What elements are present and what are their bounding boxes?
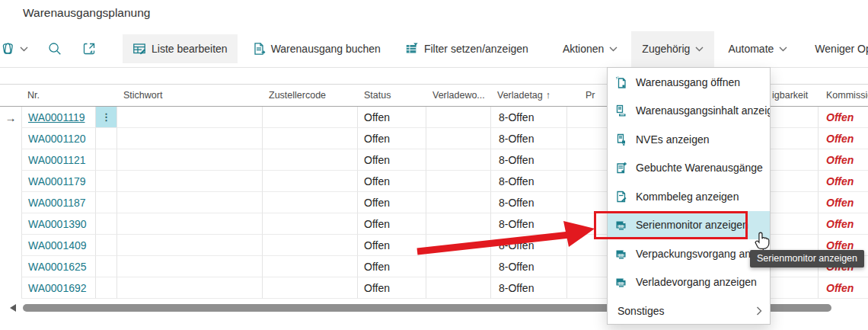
cell-kommissionierung: Offen <box>819 107 868 128</box>
chevron-down-icon <box>609 46 617 52</box>
cell-status: Offen <box>358 128 426 149</box>
filter-button[interactable]: Filter setzen/anzeigen <box>395 34 538 63</box>
cell-kommissionierung: Offen <box>819 277 868 299</box>
menu-item-label: Kommbeleg anzeigen <box>636 191 739 203</box>
cell-verladetag: 8-Offen <box>491 192 567 213</box>
menu-item-nves[interactable]: NVEs anzeigen <box>608 125 770 154</box>
menu-item-verladevorgang[interactable]: Verladevorgang anzeigen <box>608 268 770 297</box>
menu-item-warenausgang-oeffnen[interactable]: Warenausgang öffnen <box>608 68 770 97</box>
column-header-stichwort[interactable]: Stichwort <box>117 85 263 106</box>
cell-verladetag: 8-Offen <box>491 149 567 171</box>
column-header-verladewochentag[interactable]: Verladewo... <box>426 85 491 106</box>
menu-weniger-optionen[interactable]: Weniger Optionen <box>804 31 868 67</box>
menu-item-label: Sonstiges <box>617 305 664 317</box>
cell-kommissionierung: Offen <box>819 213 868 235</box>
menu-item-label: Verladevorgang anzeigen <box>636 276 757 288</box>
post-shipment-button[interactable]: Warenausgang buchen <box>242 34 391 63</box>
shipment-link[interactable]: WA0001121 <box>28 154 86 166</box>
focus-mode-button[interactable] <box>81 41 97 56</box>
cell-verladetag: 8-Offen <box>491 277 567 299</box>
menu-item-label: Warenausgangsinhalt anzeigen <box>636 104 771 117</box>
shipment-link[interactable]: WA0001409 <box>28 239 87 252</box>
cell-kommissionierung: Offen <box>819 171 868 192</box>
chevron-down-icon <box>20 46 28 52</box>
menu-item-label: Gebuchte Warenausgänge <box>636 162 763 174</box>
cell-status: Offen <box>358 192 426 213</box>
search-icon <box>47 41 62 56</box>
monitor-grid-icon <box>615 219 629 231</box>
cell-kommissionierung: Offen <box>819 128 868 149</box>
menu-item-label: NVEs anzeigen <box>636 133 710 146</box>
row-context-menu-icon[interactable]: ⋮ <box>96 107 117 128</box>
column-header-verfuegbarkeit[interactable]: igbarkeit <box>771 85 819 106</box>
column-header-verladetag[interactable]: Verladetag ↑ <box>491 85 567 106</box>
shipment-link[interactable]: WA0001179 <box>28 175 86 187</box>
cell-status: Offen <box>358 171 426 192</box>
document-content-icon <box>615 104 629 117</box>
shipment-link[interactable]: WA0001187 <box>28 197 86 209</box>
edit-list-label: Liste bearbeiten <box>152 43 228 55</box>
menu-aktionen[interactable]: Aktionen <box>552 31 628 67</box>
filter-label: Filter setzen/anzeigen <box>424 43 528 55</box>
page-title: Warenausgangsplanung <box>23 6 150 20</box>
shipment-link[interactable]: WA0001625 <box>28 261 87 273</box>
column-header-zustellercode[interactable]: Zustellercode <box>263 85 358 106</box>
menu-item-sonstiges[interactable]: Sonstiges <box>608 296 770 325</box>
menu-item-warenausgangsinhalt[interactable]: Warenausgangsinhalt anzeigen <box>608 97 770 126</box>
shipment-link[interactable]: WA0001120 <box>28 133 86 145</box>
cell-status: Offen <box>358 107 426 128</box>
menu-item-verpackungsvorgang[interactable]: Verpackungsvorgang anzeigen <box>608 239 770 268</box>
shipment-link[interactable]: WA0001390 <box>28 218 87 230</box>
cell-kommissionierung: Offen <box>819 192 868 213</box>
cell-status: Offen <box>358 256 426 277</box>
cell-verladetag: 8-Offen <box>491 256 567 277</box>
cell-zustellercode <box>263 107 358 128</box>
post-shipment-label: Warenausgang buchen <box>271 43 381 55</box>
search-button[interactable] <box>47 41 62 56</box>
cell-verladetag: 8-Offen <box>491 128 567 149</box>
zugehoerig-label: Zugehörig <box>642 43 690 55</box>
shipment-link[interactable]: WA0001692 <box>28 282 87 294</box>
column-header-spacer <box>96 85 117 106</box>
menu-automate[interactable]: Automate <box>717 31 798 67</box>
chevron-down-icon <box>695 46 704 52</box>
weniger-optionen-label: Weniger Optionen <box>815 43 868 55</box>
column-header-nr[interactable]: Nr. <box>21 85 96 106</box>
menu-item-gebuchte-warenausgaenge[interactable]: Gebuchte Warenausgänge <box>608 154 770 183</box>
action-toolbar: Liste bearbeiten Warenausgang buchen Fil… <box>0 30 868 68</box>
monitor-grid-icon <box>615 276 629 288</box>
cell-verladewochentag <box>426 107 491 128</box>
document-edit-icon <box>615 191 629 203</box>
menu-zugehoerig[interactable]: Zugehörig <box>631 31 714 67</box>
column-header-kommissionierung[interactable]: Kommissio <box>819 85 868 106</box>
cell-verladetag: 8-Offen <box>491 107 567 128</box>
scroll-left-icon[interactable] <box>10 304 16 312</box>
menu-item-label: Serienmonitor anzeigen <box>636 219 748 231</box>
aktionen-label: Aktionen <box>563 43 604 55</box>
monitor-grid-icon <box>615 248 629 260</box>
column-header-status[interactable]: Status <box>358 85 426 106</box>
switch-view-button[interactable] <box>0 40 28 57</box>
menu-item-kommbeleg[interactable]: Kommbeleg anzeigen <box>608 182 770 211</box>
menu-item-serienmonitor[interactable]: Serienmonitor anzeigen <box>608 211 770 240</box>
cell-verladetag: 8-Offen <box>491 171 567 192</box>
cell-verfuegbarkeit <box>771 107 819 128</box>
tooltip: Serienmonitor anzeigen <box>750 250 864 268</box>
zugehoerig-dropdown-menu: Warenausgang öffnen Warenausgangsinhalt … <box>607 67 771 325</box>
cell-verladetag: 8-Offen <box>491 213 567 235</box>
sort-ascending-icon: ↑ <box>546 90 550 101</box>
cell-status: Offen <box>358 149 426 171</box>
cell-verladetag: 8-Offen <box>491 235 567 256</box>
focus-mode-icon <box>81 41 97 56</box>
post-document-icon <box>252 42 266 56</box>
cell-status: Offen <box>358 213 426 235</box>
document-open-icon <box>615 76 629 88</box>
chevron-down-icon <box>779 46 787 52</box>
shipment-link[interactable]: WA0001119 <box>28 111 85 123</box>
document-plus-icon <box>615 162 629 174</box>
cell-status: Offen <box>358 235 426 256</box>
edit-list-button[interactable]: Liste bearbeiten <box>123 34 238 63</box>
document-package-icon <box>615 133 629 146</box>
selected-row-arrow-icon: → <box>0 107 21 128</box>
filter-table-icon <box>405 42 419 56</box>
